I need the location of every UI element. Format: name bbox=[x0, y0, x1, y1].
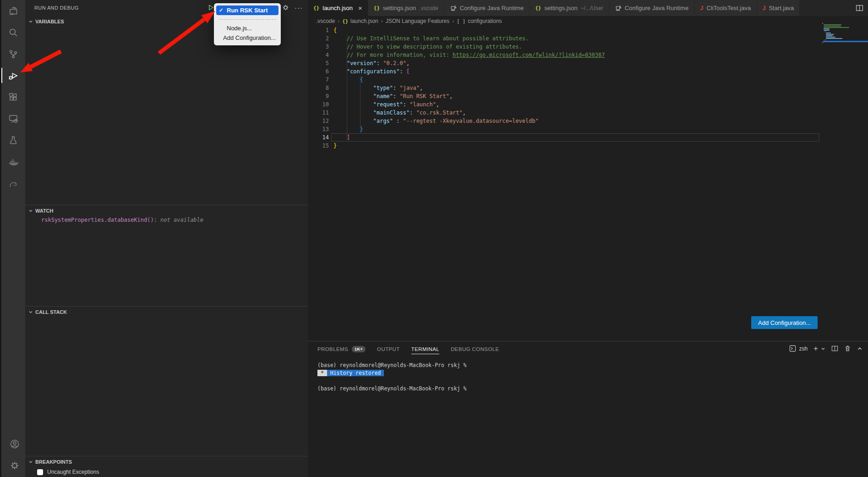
line-number: 4 bbox=[308, 51, 329, 59]
menu-item-node-js-[interactable]: Node.js... bbox=[216, 23, 278, 33]
breadcrumb-item[interactable]: {}launch.json bbox=[342, 18, 378, 24]
watch-section: WATCH rskSystemProperties.databaseKind()… bbox=[25, 205, 308, 306]
add-configuration-button[interactable]: Add Configuration... bbox=[751, 316, 818, 329]
breadcrumb-separator: › bbox=[338, 18, 339, 24]
terminal-line: (base) reynoldmorel@Reynolds-MacBook-Pro… bbox=[317, 385, 466, 393]
json-file-icon: {} bbox=[374, 5, 380, 11]
terminal-line: * History restored bbox=[317, 369, 466, 377]
editor-tab-settings-json[interactable]: {}settings.json~/.../User bbox=[530, 0, 609, 16]
code-line-13: 13 } bbox=[308, 125, 868, 133]
search-icon[interactable] bbox=[1, 22, 25, 43]
menu-item-run-rsk-start[interactable]: ✓Run RSK Start bbox=[216, 5, 278, 15]
close-icon[interactable]: × bbox=[358, 5, 362, 11]
java-file-icon: J bbox=[762, 5, 765, 11]
breadcrumb[interactable]: .vscode›{}launch.json›JSON Language Feat… bbox=[308, 16, 868, 26]
views-more-actions-icon[interactable]: ··· bbox=[295, 4, 303, 11]
breakpoints-section-header[interactable]: BREAKPOINTS bbox=[25, 456, 308, 467]
terminal-line: (base) reynoldmorel@Reynolds-MacBook-Pro… bbox=[317, 362, 466, 369]
tab-label: launch.json bbox=[322, 5, 353, 11]
terminal-shell-selector[interactable]: zsh bbox=[789, 345, 808, 352]
split-editor-icon[interactable] bbox=[856, 4, 863, 12]
panel-tab-output[interactable]: OUTPUT bbox=[377, 341, 400, 356]
gradle-elephant-icon[interactable] bbox=[1, 172, 25, 194]
line-number: 15 bbox=[308, 142, 329, 150]
editor-tab-configure-java-runtime[interactable]: Configure Java Runtime bbox=[609, 0, 694, 16]
debug-settings-gear-icon[interactable] bbox=[282, 4, 289, 11]
minimap-line bbox=[826, 37, 835, 38]
call-stack-section-header[interactable]: CALL STACK bbox=[25, 307, 308, 317]
chevron-down-icon bbox=[28, 19, 33, 24]
uncaught-exceptions-row: Uncaught Exceptions bbox=[25, 467, 308, 477]
launch-profile-chevron-icon[interactable] bbox=[821, 346, 825, 351]
minimap-line bbox=[826, 35, 832, 36]
editor-tab-settings-json[interactable]: {}settings.json.vscode bbox=[368, 0, 444, 16]
new-terminal-plus-icon[interactable]: + bbox=[813, 345, 818, 352]
uncaught-exceptions-label: Uncaught Exceptions bbox=[47, 469, 99, 475]
settings-gear-icon[interactable] bbox=[3, 455, 27, 476]
uncaught-exceptions-checkbox[interactable] bbox=[37, 469, 43, 475]
breadcrumb-separator: › bbox=[381, 18, 383, 24]
breadcrumb-item[interactable]: .vscode bbox=[316, 18, 335, 24]
menu-item-add-configuration-[interactable]: Add Configuration... bbox=[216, 33, 278, 43]
problems-count-badge: 1K+ bbox=[352, 346, 366, 352]
editor-tab-bar: {}launch.json×{}settings.json.vscodeConf… bbox=[308, 0, 868, 16]
line-number: 14 bbox=[308, 133, 329, 142]
tab-label: Configure Java Runtime bbox=[460, 5, 524, 11]
tab-suffix: ~/.../User bbox=[581, 5, 603, 11]
source-control-icon[interactable] bbox=[1, 43, 25, 65]
code-editor[interactable]: 1{2 // Use IntelliSense to learn about p… bbox=[308, 26, 868, 341]
kill-terminal-trash-icon[interactable] bbox=[844, 345, 851, 352]
checkmark-icon: ✓ bbox=[219, 7, 225, 13]
editor-tab-configure-java-runtime[interactable]: Configure Java Runtime bbox=[444, 0, 530, 16]
line-number: 3 bbox=[308, 43, 329, 51]
minimap-line bbox=[822, 42, 823, 43]
start-debugging-play-icon[interactable] bbox=[207, 4, 214, 11]
editor-tab-launch-json[interactable]: {}launch.json× bbox=[308, 0, 368, 16]
minimap-line bbox=[826, 38, 842, 39]
panel-tab-problems[interactable]: PROBLEMS1K+ bbox=[317, 341, 366, 356]
line-number: 10 bbox=[308, 100, 329, 109]
breadcrumb-separator: › bbox=[452, 18, 454, 24]
run-and-debug-icon[interactable] bbox=[1, 65, 25, 86]
array-symbol-icon: [ ] bbox=[457, 18, 465, 24]
maximize-panel-chevron-icon[interactable] bbox=[857, 346, 863, 351]
breakpoints-section: BREAKPOINTS Uncaught Exceptions bbox=[25, 456, 308, 477]
line-number: 5 bbox=[308, 59, 329, 67]
chevron-down-icon bbox=[28, 208, 33, 213]
breadcrumb-item[interactable]: JSON Language Features bbox=[386, 18, 449, 24]
tab-label: CliToolsTest.java bbox=[706, 5, 751, 11]
tab-label: settings.json bbox=[383, 5, 416, 11]
menu-separator bbox=[219, 19, 276, 20]
line-number: 12 bbox=[308, 117, 329, 125]
watch-section-header[interactable]: WATCH bbox=[25, 205, 308, 216]
remote-explorer-icon[interactable] bbox=[1, 108, 25, 129]
code-line-2: 2 // Use IntelliSense to learn about pos… bbox=[308, 34, 868, 43]
explorer-icon[interactable] bbox=[1, 0, 25, 22]
tab-label: settings.json bbox=[544, 5, 577, 11]
vscode-window: RUN AND DEBUG ··· VARIABLES WATCH rskSys… bbox=[0, 0, 868, 477]
watch-expression-row[interactable]: rskSystemProperties.databaseKind(): not … bbox=[25, 216, 308, 225]
tab-suffix: .vscode bbox=[419, 5, 438, 11]
line-number: 2 bbox=[308, 34, 329, 43]
panel-tab-debug-console[interactable]: DEBUG CONSOLE bbox=[451, 341, 499, 356]
editor-tab-clitoolstest-java[interactable]: JCliToolsTest.java bbox=[694, 0, 757, 16]
extensions-icon[interactable] bbox=[1, 86, 25, 108]
minimap-line bbox=[824, 28, 830, 29]
accounts-icon[interactable] bbox=[3, 433, 27, 455]
line-number: 8 bbox=[308, 84, 329, 92]
java-file-icon: J bbox=[700, 5, 703, 11]
breadcrumb-item[interactable]: [ ]configurations bbox=[457, 18, 502, 24]
panel-tab-terminal[interactable]: TERMINAL bbox=[411, 341, 439, 356]
debug-configuration-menu: ✓Run RSK StartNode.js...Add Configuratio… bbox=[214, 3, 281, 45]
terminal-icon bbox=[789, 345, 796, 352]
docker-icon[interactable] bbox=[1, 151, 25, 172]
code-line-3: 3 // Hover to view descriptions of exist… bbox=[308, 43, 868, 51]
editor-tab-start-java[interactable]: JStart.java bbox=[757, 0, 800, 16]
terminal-output[interactable]: (base) reynoldmorel@Reynolds-MacBook-Pro… bbox=[317, 362, 466, 393]
editor-group: {}launch.json×{}settings.json.vscodeConf… bbox=[308, 0, 868, 477]
split-terminal-icon[interactable] bbox=[831, 345, 838, 352]
line-number: 13 bbox=[308, 125, 329, 133]
json-file-icon: {} bbox=[535, 5, 541, 11]
chevron-down-icon bbox=[28, 310, 33, 314]
testing-icon[interactable] bbox=[1, 129, 25, 151]
